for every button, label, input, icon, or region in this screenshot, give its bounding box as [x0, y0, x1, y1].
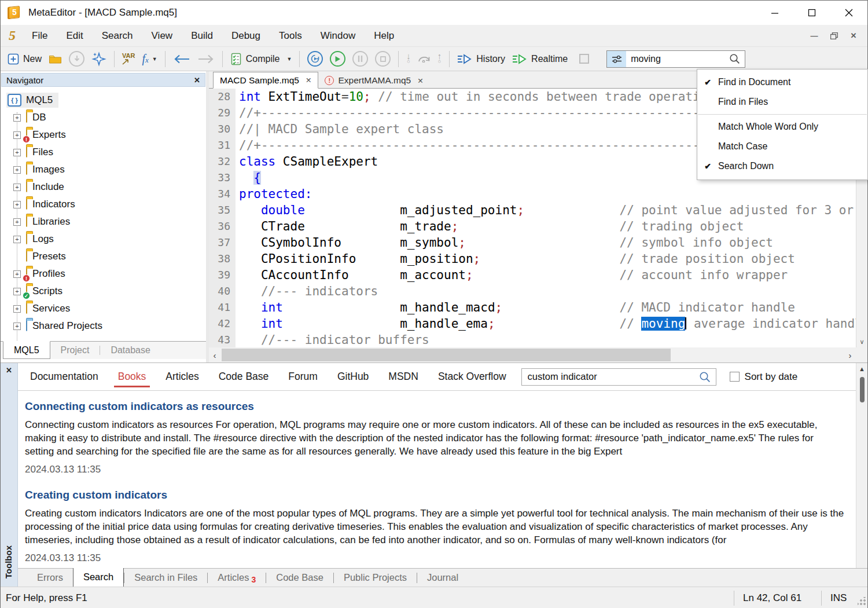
menu-search[interactable]: Search: [93, 25, 142, 46]
expand-icon[interactable]: +: [13, 218, 21, 226]
toolbox-tab-articles[interactable]: Articles: [165, 363, 198, 390]
sidebar-item-scripts[interactable]: +✓Scripts: [1, 283, 206, 300]
search-menu-item-search-down[interactable]: ✔Search Down: [697, 156, 867, 176]
fx-dropdown-arrow: ▼: [152, 56, 157, 62]
sidebar-item-services[interactable]: +Services: [1, 300, 206, 317]
step-over-button[interactable]: [414, 49, 434, 69]
sidebar-item-mql5-root[interactable]: { } MQL5: [1, 91, 206, 109]
expand-icon[interactable]: +: [13, 114, 21, 122]
sidebar-item-experts[interactable]: +!Experts: [1, 126, 206, 144]
debug-history-button[interactable]: [304, 49, 326, 69]
sidebar-item-include[interactable]: +Include: [1, 178, 206, 196]
menu-tools[interactable]: Tools: [270, 25, 311, 46]
sidebar-item-profiles[interactable]: +!Profiles: [1, 265, 206, 283]
navigator-tab-database[interactable]: Database: [100, 342, 161, 359]
bottom-tab-errors[interactable]: Errors: [27, 569, 73, 587]
menu-debug[interactable]: Debug: [222, 25, 270, 46]
resize-grip[interactable]: [858, 597, 866, 605]
navigator-close-icon[interactable]: ✕: [194, 76, 200, 85]
expand-icon[interactable]: +: [13, 305, 21, 313]
close-button[interactable]: [830, 1, 867, 25]
toolbox-tab-msdn[interactable]: MSDN: [388, 363, 418, 390]
sidebar-item-presets[interactable]: Presets: [1, 248, 206, 265]
toolbox-vertical-scrollbar[interactable]: ▲: [856, 363, 867, 568]
navigate-forward-button[interactable]: [194, 49, 218, 69]
sidebar-item-db[interactable]: +DB: [1, 109, 206, 126]
expand-icon[interactable]: +: [13, 288, 21, 295]
sidebar-item-indicators[interactable]: +Indicators: [1, 196, 206, 213]
result-title-link[interactable]: Connecting custom indicators as resource…: [25, 400, 844, 413]
styler-button[interactable]: [88, 49, 110, 69]
variables-button[interactable]: VAR: [119, 49, 138, 69]
maximize-button[interactable]: [793, 1, 830, 25]
checkout-button[interactable]: [65, 49, 88, 69]
toolbox-tab-documentation[interactable]: Documentation: [30, 363, 98, 390]
debug-realtime-button[interactable]: [326, 49, 349, 69]
tab-close-icon[interactable]: ✕: [306, 76, 311, 85]
search-menu-item-match-whole-word-only[interactable]: Match Whole Word Only: [697, 117, 867, 137]
mdi-restore-button[interactable]: [826, 29, 842, 43]
expand-icon[interactable]: +: [13, 131, 21, 139]
mdi-minimize-button[interactable]: —: [806, 29, 822, 43]
search-menu-item-find-in-document[interactable]: ✔Find in Document: [697, 72, 867, 92]
expand-icon[interactable]: +: [13, 201, 21, 208]
menu-build[interactable]: Build: [182, 25, 222, 46]
expand-icon[interactable]: +: [13, 323, 21, 330]
toolbox-tab-stack-overflow[interactable]: Stack Overflow: [438, 363, 506, 390]
expand-icon[interactable]: +: [13, 236, 21, 243]
bottom-tab-search-in-files[interactable]: Search in Files: [124, 569, 207, 587]
toolbox-tab-code-base[interactable]: Code Base: [219, 363, 269, 390]
bottom-tab-search[interactable]: Search: [73, 568, 124, 587]
sidebar-item-libraries[interactable]: +Libraries: [1, 213, 206, 230]
bottom-tab-journal[interactable]: Journal: [417, 569, 468, 587]
navigator-tab-mql5[interactable]: MQL5: [3, 341, 50, 359]
pause-button[interactable]: [349, 49, 372, 69]
tab-close-icon[interactable]: ✕: [417, 76, 423, 85]
mdi-close-button[interactable]: ✕: [845, 29, 862, 43]
realtime-test-button[interactable]: Realtime: [509, 49, 571, 69]
expand-icon[interactable]: +: [13, 184, 21, 191]
sort-by-date-checkbox[interactable]: [730, 372, 740, 382]
toolbox-tab-books[interactable]: Books: [118, 363, 146, 390]
stop-button[interactable]: [372, 49, 394, 69]
toolbox-tab-github[interactable]: GitHub: [337, 363, 369, 390]
open-folder-button[interactable]: [45, 49, 65, 69]
bottom-tab-public-projects[interactable]: Public Projects: [334, 569, 417, 587]
sidebar-item-files[interactable]: +Files: [1, 144, 206, 161]
toolbox-tab-forum[interactable]: Forum: [288, 363, 318, 390]
menu-edit[interactable]: Edit: [57, 25, 92, 46]
expand-icon[interactable]: +: [13, 270, 21, 278]
compile-button[interactable]: Compile ▼: [227, 49, 296, 69]
editor-tab-expertmama-mq5[interactable]: !ExpertMAMA.mq5✕: [318, 73, 429, 88]
bottom-tab-articles[interactable]: Articles3: [208, 569, 266, 587]
search-menu-item-find-in-files[interactable]: Find in Files: [697, 92, 867, 112]
sidebar-item-shared-projects[interactable]: +Shared Projects: [1, 317, 206, 335]
new-file-button[interactable]: New: [4, 49, 45, 69]
step-into-button[interactable]: ↓○: [403, 49, 414, 69]
history-test-button[interactable]: History: [454, 49, 509, 69]
profiler-button[interactable]: [579, 54, 589, 64]
sidebar-item-logs[interactable]: +Logs: [1, 230, 206, 248]
function-list-button[interactable]: fx ▼: [138, 49, 160, 69]
navigator-tab-project[interactable]: Project: [50, 342, 100, 359]
sidebar-item-images[interactable]: +Images: [1, 161, 206, 178]
search-input[interactable]: [626, 54, 729, 64]
search-menu-item-match-case[interactable]: Match Case: [697, 137, 867, 156]
menu-view[interactable]: View: [142, 25, 182, 46]
bottom-tab-code-base[interactable]: Code Base: [266, 569, 333, 587]
expand-icon[interactable]: +: [13, 149, 21, 156]
menu-help[interactable]: Help: [365, 25, 403, 46]
minimize-button[interactable]: [756, 1, 793, 25]
search-options-button[interactable]: [607, 51, 626, 67]
menu-window[interactable]: Window: [311, 25, 365, 46]
editor-tab-macd-sample-mq5[interactable]: MACD Sample.mq5✕: [213, 72, 318, 89]
toolbox-search-input[interactable]: [522, 371, 699, 382]
result-title-link[interactable]: Creating custom indicators: [25, 489, 844, 501]
line-number: 28: [209, 89, 236, 105]
editor-horizontal-scrollbar[interactable]: ‹ ›: [209, 347, 856, 362]
navigate-back-button[interactable]: [170, 49, 194, 69]
menu-file[interactable]: File: [23, 25, 57, 46]
expand-icon[interactable]: +: [13, 166, 21, 174]
step-out-button[interactable]: ↑○: [434, 49, 446, 69]
toolbox-close-icon[interactable]: ✕: [6, 366, 12, 375]
